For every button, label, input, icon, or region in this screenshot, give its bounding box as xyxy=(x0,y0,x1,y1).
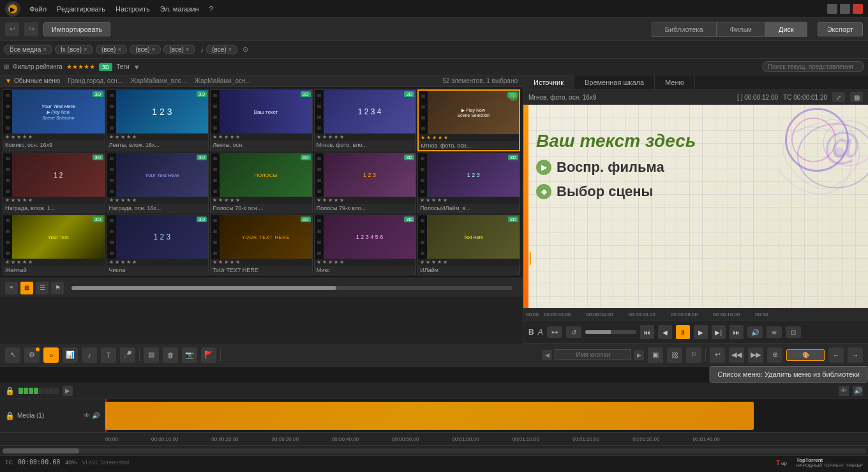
minimize-button[interactable] xyxy=(827,4,837,14)
action-button[interactable]: ⚐ xyxy=(686,347,701,363)
preview-settings-icon[interactable]: ▦ xyxy=(850,92,863,102)
scroll-thumb[interactable] xyxy=(3,448,79,453)
track-eye-icon[interactable]: 👁 xyxy=(84,412,90,419)
step-forward-button[interactable]: ▶| xyxy=(712,325,726,339)
chip-close-icon[interactable]: × xyxy=(152,46,156,53)
collapse-icon[interactable]: ▼ xyxy=(5,77,11,84)
pause-button[interactable]: ⏸ xyxy=(676,325,690,339)
template-item-6[interactable]: Your Text Here 3D ★★★★★ Награда, осн. 16… xyxy=(107,153,209,213)
snapshot-tool-button[interactable]: 📷 xyxy=(182,347,197,363)
italic-icon[interactable]: A xyxy=(538,328,543,337)
prev-button-arrow[interactable]: ◀ xyxy=(542,350,552,360)
menu-file[interactable]: Файл xyxy=(26,4,50,14)
chart-tool-button[interactable]: 📊 xyxy=(63,347,78,363)
template-item-3[interactable]: 1 2 3 4 3D ★★★★★ Мгнов. фото, вло... xyxy=(314,89,417,151)
rewind-start-button[interactable]: ⏮ xyxy=(640,325,654,339)
maximize-button[interactable] xyxy=(840,4,850,14)
view-toggle-icon[interactable]: ≡ xyxy=(5,282,18,294)
template-item-11[interactable]: 1 2 3 3D ★★★★★ Числа xyxy=(107,215,209,275)
chip-close-icon[interactable]: × xyxy=(43,46,47,53)
filter-stars[interactable]: ★★★★★ xyxy=(66,63,95,70)
arrow-left-button[interactable]: ← xyxy=(828,347,844,363)
undo-tool-button[interactable]: ↩ xyxy=(710,347,725,363)
play-button[interactable]: ▶ xyxy=(694,325,708,339)
add-layer-button[interactable]: ⊕ xyxy=(767,347,782,363)
template-item-7[interactable]: ПОЛОСЫ 3D ★★★★★ Полосы 70-х осн.... xyxy=(210,153,313,213)
add-media-button[interactable]: ▤ xyxy=(144,347,159,363)
step-back-button[interactable]: ◀ xyxy=(658,325,672,339)
track-audio-icon[interactable]: 🔊 xyxy=(853,386,863,396)
track-volume-icon[interactable]: 🔊 xyxy=(92,412,100,419)
flag-button[interactable]: 🚩 xyxy=(201,347,216,363)
template-item-9[interactable]: 1 2 3 3D ★★★★★ ПолосыИЛайм_в... xyxy=(417,153,520,213)
tab-library[interactable]: Библиотека xyxy=(652,22,717,37)
grid-view-icon[interactable]: ⊞ xyxy=(20,282,33,294)
circle-tool-button[interactable]: ○ xyxy=(43,347,59,363)
template-item-8[interactable]: 1 2 3 3D ★★★★★ Полосы 79-х вло... xyxy=(314,153,417,213)
snapshot-icon[interactable]: ⊡ xyxy=(786,326,801,338)
lock-icon[interactable]: 🔒 xyxy=(5,386,15,395)
track-expand-button[interactable]: ▶ xyxy=(63,386,73,396)
filter-chip-all-media[interactable]: Все медиа × xyxy=(4,45,52,54)
search-input[interactable] xyxy=(762,61,864,72)
chip-close-icon[interactable]: × xyxy=(228,46,232,53)
undo-button[interactable]: ↩ xyxy=(5,22,19,36)
settings-dropdown[interactable]: ⚙ xyxy=(24,347,40,363)
chip-close-icon[interactable]: × xyxy=(186,46,190,53)
filter-chip-all2[interactable]: (все) × xyxy=(130,45,161,54)
import-button[interactable]: Импортировать xyxy=(43,22,110,36)
menu-help[interactable]: ? xyxy=(206,4,217,14)
tab-film[interactable]: Фильм xyxy=(717,22,765,37)
arrow-right-button[interactable]: → xyxy=(848,347,863,363)
timeline-scrollbar[interactable] xyxy=(0,445,868,455)
filter-3d-tag[interactable]: 3D xyxy=(99,63,113,71)
tab-source[interactable]: Источник xyxy=(523,75,574,89)
rotate-icon[interactable]: ↺ xyxy=(566,326,581,338)
media-clip[interactable] xyxy=(105,402,754,430)
playback-progress-bar[interactable] xyxy=(585,330,636,334)
template-item-12[interactable]: YOUR TEXT HERE 3D ★★★★★ ToUr TEXT HERE xyxy=(210,215,313,275)
preview-expand-icon[interactable]: ⤢ xyxy=(832,92,845,102)
template-item-0[interactable]: Your Text Here▶ Play NowScene Selection … xyxy=(3,89,105,151)
bold-icon[interactable]: B xyxy=(528,328,534,337)
filter-chip-music[interactable]: (все) × xyxy=(206,45,237,54)
fast-forward-button[interactable]: ⏭ xyxy=(730,325,744,339)
glasses-icon[interactable]: 👓 xyxy=(547,326,562,338)
tab-menu[interactable]: Меню xyxy=(655,75,695,89)
list-view-icon[interactable]: ☰ xyxy=(36,282,49,294)
mic-tool-button[interactable]: 🎤 xyxy=(120,347,135,363)
filter-chip-all1[interactable]: (все) × xyxy=(96,45,127,54)
audio-settings-icon[interactable]: ≋ xyxy=(767,326,782,338)
cursor-tool-button[interactable]: ↖ xyxy=(5,347,20,363)
zoom-slider[interactable] xyxy=(71,286,513,290)
chip-close-icon[interactable]: × xyxy=(84,46,87,53)
template-item-1[interactable]: 1 2 3 3D ★★★★★ Ленты, влож. 16х... xyxy=(107,89,209,151)
menu-settings[interactable]: Настроить xyxy=(112,4,154,14)
link-button[interactable]: ⛓ xyxy=(667,347,682,363)
menu-store[interactable]: Эл. магазин xyxy=(156,4,203,14)
template-item-2[interactable]: Ваш текст 3D ★★★★★ Ленты, осн. xyxy=(210,89,313,151)
prev-nav-button[interactable]: ◀◀ xyxy=(729,347,744,363)
tab-disc[interactable]: Диск xyxy=(765,22,807,37)
export-button[interactable]: Экспорт xyxy=(818,22,863,36)
music-tool-button[interactable]: ♪ xyxy=(82,347,97,363)
theme-button[interactable]: 🎨 xyxy=(786,349,825,361)
text-tool-button[interactable]: T xyxy=(101,347,116,363)
bookmark-icon[interactable]: ⚑ xyxy=(51,282,64,294)
next-nav-button[interactable]: ▶▶ xyxy=(748,347,763,363)
redo-button[interactable]: ↪ xyxy=(24,22,38,36)
delete-button[interactable]: 🗑 xyxy=(163,347,178,363)
next-button-arrow[interactable]: ▶ xyxy=(634,350,644,360)
close-button[interactable] xyxy=(853,4,863,14)
filter-chip-all3[interactable]: (все) × xyxy=(163,45,195,54)
scroll-track[interactable] xyxy=(3,448,865,453)
menu-edit[interactable]: Редактировать xyxy=(53,4,109,14)
template-item-4[interactable]: ▶ Play NowScene Selection 3D ℹ ★★★★★ Мгн… xyxy=(417,89,520,151)
track-visible-icon[interactable]: 👁 xyxy=(839,386,849,396)
filter-chip-fx[interactable]: fx (все) × xyxy=(55,45,93,54)
template-item-5[interactable]: 1 2 3D ★★★★★ Награда, влож. 1... xyxy=(3,153,105,213)
template-item-14[interactable]: Text Here 3D ★★★★★ ИЛайм xyxy=(417,215,520,275)
info-icon[interactable]: ℹ xyxy=(509,92,518,101)
view-toggle-button[interactable]: ▣ xyxy=(648,347,663,363)
volume-icon[interactable]: 🔊 xyxy=(747,326,763,338)
